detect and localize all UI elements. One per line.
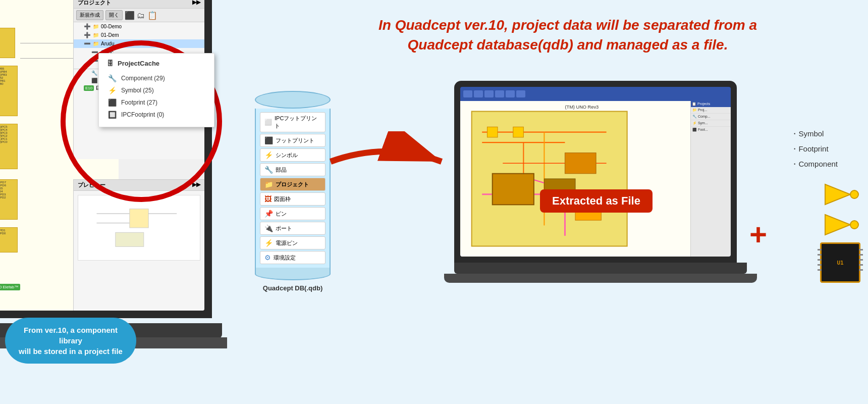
tree-icon-3: ➖: [84, 40, 91, 47]
screen-btn-6[interactable]: [516, 90, 525, 97]
panel-toolbar: 新規作成 開く ⬛ 🗂 📋: [74, 9, 204, 22]
db-icon: 🗄: [107, 60, 114, 67]
open-btn[interactable]: 開く: [105, 10, 123, 20]
screen-btn-2[interactable]: [474, 90, 483, 97]
screen-btn-1[interactable]: [463, 90, 472, 97]
panel-title: プロジェクト: [78, 0, 111, 7]
popup-symbol-label: Symbol (25): [121, 87, 154, 94]
db-item-proj[interactable]: 📁 プロジェクト: [260, 178, 326, 191]
symbol-icon: ⚡: [107, 86, 117, 94]
svg-marker-23: [825, 184, 850, 205]
screen-schematic: (TM) UNO Rev3: [460, 101, 690, 257]
pcb-svg: (TM) UNO Rev3: [460, 101, 690, 257]
popup-item-component: 🔧 Component (29): [107, 72, 206, 84]
svg-point-26: [850, 221, 858, 229]
tree-icon-folder-1: 📁: [93, 24, 99, 29]
db-item-power-label: 電源ピン: [276, 239, 298, 247]
toolbar-icons: ⬛ 🗂 📋: [125, 11, 157, 20]
db-item-pin[interactable]: 📌 ピン: [260, 207, 326, 220]
right-laptop: (TM) UNO Rev3 📋 Projects 📁 Proj... 🔧 Com…: [454, 81, 747, 283]
tree-label-3: Arudu: [101, 41, 115, 46]
heading-line2: Quadcept database(qdb) and managed as a …: [267, 35, 868, 55]
pcb-component-3: (ADC5)PC5 (ADC4)PC4 (ADC3)PC3 (ADC2)PC2 …: [0, 124, 18, 169]
sidebar-fp-item: ⬛ Foot...: [691, 127, 731, 133]
svg-rect-20: [493, 174, 534, 205]
db-item-power[interactable]: ⚡ 電源ピン: [260, 236, 326, 249]
sfc-footprint: ・Footprint: [791, 141, 838, 157]
db-item-ipc[interactable]: ⬜ IPCフットプリント: [260, 112, 326, 132]
tree-icon-1: ➕: [84, 23, 91, 30]
db-label: Quadcept DB(.qdb): [252, 284, 333, 292]
db-item-ipc-label: IPCフットプリント: [275, 115, 321, 130]
part-icon: 🔧: [264, 166, 273, 174]
bottom-bubble-text: From ver.10, a component librarywill be …: [19, 326, 123, 356]
screen-btn-4[interactable]: [495, 90, 504, 97]
screen-sidebar: 📋 Projects 📁 Proj... 🔧 Comp... ⚡ Sym... …: [690, 101, 731, 257]
db-item-part[interactable]: 🔧 部品: [260, 163, 326, 176]
tree-label-2: 01-Dem: [101, 32, 119, 38]
right-section: In Quadcept ver.10, project data will be…: [227, 0, 868, 404]
sfc-list: ・Symbol ・Footprint ・Component: [791, 126, 838, 172]
tree-label-1: 00-Demo: [101, 24, 122, 29]
db-item-port-label: ポート: [276, 225, 292, 232]
tree-icon-folder-3: 📁: [93, 41, 99, 46]
preview-title: プレビュー: [78, 181, 105, 189]
preview-content: [78, 195, 200, 261]
popup-title-text: ProjectCache: [118, 60, 159, 67]
screen-toolbar: [460, 87, 731, 101]
extracted-as-file-label: Extracted as File: [540, 189, 653, 213]
red-arrow: [320, 131, 452, 192]
new-btn[interactable]: 新規作成: [76, 10, 103, 20]
project-cache-popup: 🗄 ProjectCache 🔧 Component (29) ⚡ Symbol…: [98, 53, 214, 127]
db-item-fp-label: フットプリント: [276, 137, 314, 144]
plus-sign: +: [749, 217, 767, 252]
svg-rect-18: [565, 153, 596, 174]
heading-line1: In Quadcept ver.10, project data will be…: [267, 15, 868, 35]
elefab-label: E10 Elefab™: [0, 284, 20, 290]
proj-icon: 📁: [264, 180, 273, 188]
pcb-component-4: (AIN1)PD7 (AIN0)PD6 (T1)PD5 (T0)PD4 (INT…: [0, 179, 18, 220]
db-item-part-label: 部品: [276, 166, 287, 174]
component-icon: 🔧: [107, 74, 117, 82]
pcb-component: ICSP ○○○ ○○○: [0, 28, 15, 58]
preview-panel: プレビュー ▶▶: [73, 179, 204, 311]
cylinder-body: ⬜ IPCフットプリント ⬛ フットプリント ⚡ シンボル 🔧 部品 📁 プロジ…: [255, 109, 331, 268]
db-item-sym[interactable]: ⚡ シンボル: [260, 148, 326, 162]
db-item-env[interactable]: ⚙ 環境設定: [260, 251, 326, 264]
tree-item-01dem[interactable]: ➕ 📁 01-Dem: [74, 31, 204, 39]
db-item-frame[interactable]: 🖼 図面枠: [260, 192, 326, 206]
preview-expand: ▶▶: [192, 181, 200, 189]
db-item-port[interactable]: 🔌 ポート: [260, 222, 326, 235]
sym-icon: ⚡: [264, 151, 273, 159]
sidebar-sym-item: ⚡ Sym...: [691, 120, 731, 127]
tree-item-arudu[interactable]: ➖ 📁 Arudu: [74, 39, 204, 48]
db-item-fp[interactable]: ⬛ フットプリント: [260, 134, 326, 147]
bottom-bubble: From ver.10, a component librarywill be …: [5, 318, 136, 364]
panel-expand: ▶▶: [192, 0, 200, 7]
svg-rect-2: [130, 209, 148, 228]
cylinder-top: [255, 91, 331, 109]
preview-svg: [82, 199, 196, 256]
svg-marker-25: [825, 215, 850, 235]
screen-content: (TM) UNO Rev3 📋 Projects 📁 Proj... 🔧 Com…: [460, 101, 731, 257]
tree-item-00demo[interactable]: ➕ 📁 00-Demo: [74, 22, 204, 31]
screen-btn-3[interactable]: [484, 90, 494, 97]
footprint-icon: ⬛: [107, 98, 117, 107]
tree-icon-s: ➖: [91, 49, 98, 56]
elefab-badge: E10: [84, 85, 94, 91]
popup-title: 🗄 ProjectCache: [107, 60, 206, 67]
pin-icon: 📌: [264, 210, 273, 218]
ipcfootprint-icon: 🔲: [107, 111, 117, 119]
tree-icon-p: ➖: [91, 58, 98, 64]
popup-component-label: Component (29): [121, 75, 165, 82]
fp-icon: ⬛: [264, 136, 273, 144]
ic-chip: U1: [820, 242, 860, 283]
sidebar-proj-item: 📁 Proj...: [691, 107, 731, 114]
db-item-env-label: 環境設定: [274, 254, 296, 262]
preview-header: プレビュー ▶▶: [74, 180, 204, 191]
gate-icon-2: [820, 212, 860, 237]
right-laptop-frame: (TM) UNO Rev3 📋 Projects 📁 Proj... 🔧 Com…: [454, 81, 737, 263]
cylinder-bottom: [255, 268, 331, 280]
screen-btn-5[interactable]: [506, 90, 515, 97]
left-laptop-frame: ICSP ○○○ ○○○ (SCI)PB5 (MISO)PB4 (MOSI)PB…: [0, 0, 212, 318]
